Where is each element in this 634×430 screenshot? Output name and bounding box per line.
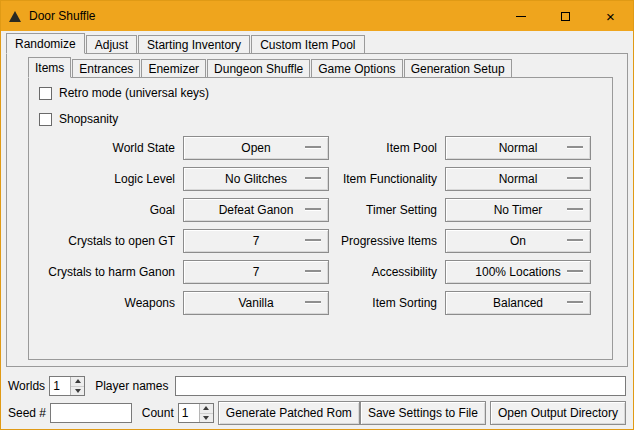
client-area: Randomize Adjust Starting Inventory Cust… xyxy=(1,31,633,429)
count-input[interactable] xyxy=(179,404,199,422)
spin-up-icon xyxy=(203,406,209,410)
dropdown-indicator-icon xyxy=(305,301,321,303)
dropdown-indicator-icon xyxy=(305,270,321,272)
dropdown-value: On xyxy=(510,234,526,248)
field-label: Crystals to harm Ganon xyxy=(35,260,175,284)
tab-enemizer[interactable]: Enemizer xyxy=(141,59,206,78)
field-label: Goal xyxy=(35,198,175,222)
minimize-button[interactable] xyxy=(498,1,543,31)
save-settings-button[interactable]: Save Settings to File xyxy=(360,401,486,425)
timer-setting-dropdown[interactable]: No Timer xyxy=(445,198,591,222)
dropdown-indicator-icon xyxy=(567,208,583,210)
checkbox-box-icon[interactable] xyxy=(39,87,52,100)
close-icon: × xyxy=(606,9,615,24)
tab-adjust[interactable]: Adjust xyxy=(86,35,137,54)
field-label: Item Functionality xyxy=(337,167,437,191)
randomize-tab-pane: Items Entrances Enemizer Dungeon Shuffle… xyxy=(6,53,628,367)
player-names-label: Player names xyxy=(95,379,168,393)
tab-items[interactable]: Items xyxy=(28,57,71,78)
accessibility-dropdown[interactable]: 100% Locations xyxy=(445,260,591,284)
player-names-input[interactable] xyxy=(175,376,627,396)
close-button[interactable]: × xyxy=(588,1,633,31)
field-label: Logic Level xyxy=(35,167,175,191)
dropdown-indicator-icon xyxy=(305,208,321,210)
items-tab-pane: Retro mode (universal keys) Shopsanity W… xyxy=(28,77,613,360)
seed-label: Seed # xyxy=(8,406,46,420)
dropdown-indicator-icon xyxy=(567,270,583,272)
dropdown-indicator-icon xyxy=(567,146,583,148)
logic-level-dropdown[interactable]: No Glitches xyxy=(183,167,329,191)
caption-buttons: × xyxy=(498,1,633,31)
field-label: World State xyxy=(35,136,175,160)
tab-randomize[interactable]: Randomize xyxy=(6,33,85,54)
dropdown-value: No Glitches xyxy=(225,172,287,186)
open-output-directory-button[interactable]: Open Output Directory xyxy=(490,401,626,425)
spin-down-icon xyxy=(75,389,81,393)
field-label: Timer Setting xyxy=(337,198,437,222)
app-window: Door Shuffle × Randomize Adjust Starting… xyxy=(0,0,634,430)
window-title: Door Shuffle xyxy=(29,9,96,23)
dropdown-indicator-icon xyxy=(567,239,583,241)
worlds-label: Worlds xyxy=(8,379,45,393)
count-spin-buttons xyxy=(199,404,213,422)
tab-starting-inventory[interactable]: Starting Inventory xyxy=(138,35,250,54)
field-label: Crystals to open GT xyxy=(35,229,175,253)
inner-tab-bar: Items Entrances Enemizer Dungeon Shuffle… xyxy=(28,57,513,78)
worlds-spin-up-button[interactable] xyxy=(71,377,84,387)
weapons-dropdown[interactable]: Vanilla xyxy=(183,291,329,315)
world-state-dropdown[interactable]: Open xyxy=(183,136,329,160)
minimize-icon xyxy=(516,16,526,17)
worlds-input[interactable] xyxy=(50,377,70,395)
crystals-open-gt-dropdown[interactable]: 7 xyxy=(183,229,329,253)
retro-mode-checkbox[interactable]: Retro mode (universal keys) xyxy=(39,84,612,102)
goal-dropdown[interactable]: Defeat Ganon xyxy=(183,198,329,222)
count-label: Count xyxy=(142,406,174,420)
tab-dungeon-shuffle[interactable]: Dungeon Shuffle xyxy=(207,59,310,78)
checkbox-label: Retro mode (universal keys) xyxy=(59,86,209,100)
outer-tab-bar: Randomize Adjust Starting Inventory Cust… xyxy=(6,33,366,54)
shopsanity-checkbox[interactable]: Shopsanity xyxy=(39,110,612,128)
dropdown-value: Balanced xyxy=(493,296,543,310)
item-sorting-dropdown[interactable]: Balanced xyxy=(445,291,591,315)
count-spin-up-button[interactable] xyxy=(200,404,213,414)
progressive-items-dropdown[interactable]: On xyxy=(445,229,591,253)
tab-game-options[interactable]: Game Options xyxy=(311,59,402,78)
tab-entrances[interactable]: Entrances xyxy=(72,59,140,78)
tab-generation-setup[interactable]: Generation Setup xyxy=(404,59,512,78)
dropdown-value: Open xyxy=(241,141,270,155)
count-spinner xyxy=(178,403,214,423)
dropdown-value: Normal xyxy=(499,141,538,155)
field-label: Weapons xyxy=(35,291,175,315)
options-grid: World State Open Item Pool Normal Logic … xyxy=(35,136,612,315)
maximize-icon xyxy=(561,12,570,21)
dropdown-indicator-icon xyxy=(305,239,321,241)
spin-up-icon xyxy=(75,379,81,383)
field-label: Item Sorting xyxy=(337,291,437,315)
field-label: Item Pool xyxy=(337,136,437,160)
count-spin-down-button[interactable] xyxy=(200,414,213,423)
dropdown-value: 7 xyxy=(253,234,260,248)
maximize-button[interactable] xyxy=(543,1,588,31)
dropdown-indicator-icon xyxy=(567,301,583,303)
worlds-spin-buttons xyxy=(70,377,84,395)
crystals-harm-ganon-dropdown[interactable]: 7 xyxy=(183,260,329,284)
field-label: Accessibility xyxy=(337,260,437,284)
item-functionality-dropdown[interactable]: Normal xyxy=(445,167,591,191)
dropdown-value: No Timer xyxy=(494,203,543,217)
worlds-spin-down-button[interactable] xyxy=(71,387,84,396)
checkbox-label: Shopsanity xyxy=(59,112,118,126)
item-pool-dropdown[interactable]: Normal xyxy=(445,136,591,160)
seed-input[interactable] xyxy=(50,403,132,423)
field-label: Progressive Items xyxy=(337,229,437,253)
worlds-row: Worlds Player names xyxy=(8,375,626,397)
app-icon xyxy=(9,11,21,22)
dropdown-value: Normal xyxy=(499,172,538,186)
worlds-spinner xyxy=(49,376,85,396)
title-bar[interactable]: Door Shuffle × xyxy=(1,1,633,31)
dropdown-value: Vanilla xyxy=(238,296,273,310)
generate-patched-rom-button[interactable]: Generate Patched Rom xyxy=(218,401,360,425)
spin-down-icon xyxy=(203,416,209,420)
checkbox-box-icon[interactable] xyxy=(39,113,52,126)
tab-custom-item-pool[interactable]: Custom Item Pool xyxy=(251,35,364,54)
seed-row: Seed # Count Generate Patched Rom Save S… xyxy=(8,401,626,425)
